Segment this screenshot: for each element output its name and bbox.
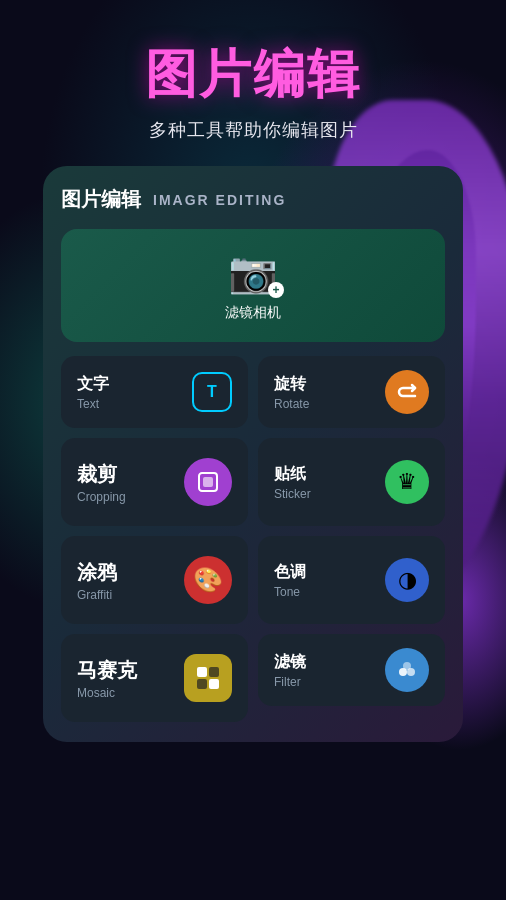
tools-row-4: 马赛克 Mosaic 滤镜	[61, 634, 445, 722]
tool-rotate-zh: 旋转	[274, 374, 309, 395]
card-title-en: IMAGR EDITING	[153, 192, 286, 208]
tool-sticker[interactable]: 贴纸 Sticker ♛	[258, 438, 445, 526]
tool-tone-en: Tone	[274, 585, 306, 599]
rotate-icon	[385, 370, 429, 414]
card-header: 图片编辑 IMAGR EDITING	[61, 186, 445, 213]
tool-graffiti-en: Graffiti	[77, 588, 117, 602]
card-title-zh: 图片编辑	[61, 186, 141, 213]
svg-rect-3	[209, 667, 219, 677]
main-content: 图片编辑 多种工具帮助你编辑图片 图片编辑 IMAGR EDITING 📷 + …	[0, 0, 506, 900]
filter-camera-label: 滤镜相机	[225, 304, 281, 322]
tool-filter-zh: 滤镜	[274, 652, 306, 673]
camera-icon-wrap: 📷 +	[228, 249, 278, 296]
tool-mosaic-zh: 马赛克	[77, 657, 137, 684]
svg-point-8	[403, 662, 411, 670]
tool-crop[interactable]: 裁剪 Cropping	[61, 438, 248, 526]
tool-graffiti-zh: 涂鸦	[77, 559, 117, 586]
tool-tone[interactable]: 色调 Tone ◑	[258, 536, 445, 624]
svg-rect-4	[197, 679, 207, 689]
right-stack: 滤镜 Filter	[258, 634, 445, 706]
tone-icon: ◑	[385, 558, 429, 602]
crop-icon	[184, 458, 232, 506]
tools-row-2: 裁剪 Cropping 贴纸 Sticker	[61, 438, 445, 526]
svg-rect-2	[197, 667, 207, 677]
filter-icon	[385, 648, 429, 692]
hero-subtitle: 多种工具帮助你编辑图片	[149, 118, 358, 142]
tool-tone-zh: 色调	[274, 562, 306, 583]
mosaic-icon	[184, 654, 232, 702]
sticker-icon: ♛	[385, 460, 429, 504]
tools-container: 文字 Text T 旋转 Rotate	[61, 356, 445, 722]
camera-plus-icon: +	[268, 282, 284, 298]
tool-graffiti[interactable]: 涂鸦 Graffiti 🎨	[61, 536, 248, 624]
tool-rotate-en: Rotate	[274, 397, 309, 411]
tool-text-en: Text	[77, 397, 109, 411]
tool-filter-en: Filter	[274, 675, 306, 689]
tools-row-3: 涂鸦 Graffiti 🎨 色调 Tone ◑	[61, 536, 445, 624]
tool-mosaic-en: Mosaic	[77, 686, 137, 700]
tools-row-1: 文字 Text T 旋转 Rotate	[61, 356, 445, 428]
svg-rect-1	[203, 477, 213, 487]
filter-camera-button[interactable]: 📷 + 滤镜相机	[61, 229, 445, 342]
tool-sticker-zh: 贴纸	[274, 464, 311, 485]
text-icon: T	[192, 372, 232, 412]
tool-rotate[interactable]: 旋转 Rotate	[258, 356, 445, 428]
tool-crop-zh: 裁剪	[77, 461, 126, 488]
tool-text[interactable]: 文字 Text T	[61, 356, 248, 428]
main-card: 图片编辑 IMAGR EDITING 📷 + 滤镜相机 文字 Text T	[43, 166, 463, 742]
tool-mosaic[interactable]: 马赛克 Mosaic	[61, 634, 248, 722]
tool-text-zh: 文字	[77, 374, 109, 395]
hero-title: 图片编辑	[145, 40, 361, 110]
tool-crop-en: Cropping	[77, 490, 126, 504]
graffiti-icon: 🎨	[184, 556, 232, 604]
svg-rect-5	[209, 679, 219, 689]
tool-filter[interactable]: 滤镜 Filter	[258, 634, 445, 706]
tool-sticker-en: Sticker	[274, 487, 311, 501]
